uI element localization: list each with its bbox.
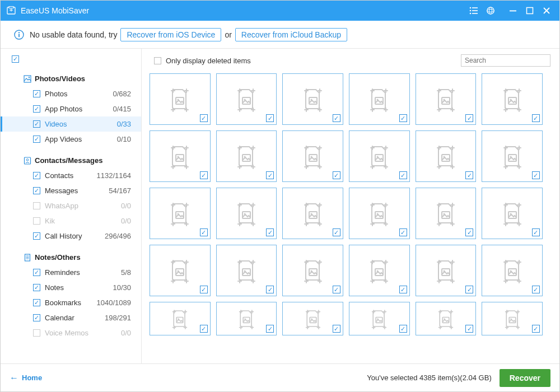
thumbnail-item[interactable] [349,130,410,182]
thumbnail-checkbox[interactable] [266,114,274,122]
sidebar-item-checkbox[interactable] [33,187,40,194]
thumbnail-checkbox[interactable] [333,325,340,333]
sidebar-item[interactable]: Contacts1132/1164 [1,168,141,183]
thumbnail-checkbox[interactable] [465,228,473,236]
thumbnail-item[interactable] [216,302,277,335]
sidebar-item[interactable]: Reminders5/8 [1,265,141,280]
thumbnail-checkbox[interactable] [200,286,208,293]
thumbnail-checkbox[interactable] [399,228,407,236]
thumbnail-item[interactable] [482,188,543,239]
thumbnail-item[interactable] [482,245,543,296]
sidebar-item[interactable]: Call History296/496 [1,228,141,244]
thumbnail-item[interactable] [282,245,343,296]
thumbnail-checkbox[interactable] [532,228,540,236]
maximize-icon[interactable] [522,3,537,18]
sidebar-item[interactable]: App Photos0/415 [1,101,141,116]
sidebar-item-checkbox[interactable] [33,120,40,128]
thumbnail-item[interactable] [216,130,277,182]
thumbnail-checkbox[interactable] [266,228,274,236]
sidebar-item-checkbox[interactable] [33,269,40,276]
only-deleted-checkbox[interactable] [154,57,161,64]
thumbnail-item[interactable] [416,302,477,335]
thumbnail-item[interactable] [482,73,543,125]
sidebar-item[interactable]: Notes10/30 [1,280,141,295]
thumbnail-checkbox[interactable] [465,114,473,122]
sidebar-item-checkbox[interactable] [33,232,40,240]
thumbnail-item[interactable] [150,130,211,182]
close-icon[interactable] [539,3,554,18]
sidebar-item-label: Bookmarks [45,298,97,307]
thumbnail-checkbox[interactable] [200,228,208,236]
thumbnail-checkbox[interactable] [399,325,407,333]
thumbnail-checkbox[interactable] [333,228,340,236]
sidebar-item-checkbox[interactable] [33,284,40,291]
thumbnail-checkbox[interactable] [399,171,407,179]
home-link[interactable]: ← Home [10,373,42,383]
thumbnail-checkbox[interactable] [465,286,473,293]
thumbnail-checkbox[interactable] [532,325,540,333]
sidebar-item-checkbox[interactable] [33,314,40,321]
thumbnail-checkbox[interactable] [333,286,340,293]
thumbnail-checkbox[interactable] [532,171,540,179]
sidebar-item-checkbox[interactable] [33,90,40,97]
thumbnail-checkbox[interactable] [266,286,274,293]
thumbnail-item[interactable] [150,245,211,296]
thumbnail-checkbox[interactable] [333,114,340,122]
thumbnail-item[interactable] [482,302,543,335]
thumbnail-item[interactable] [216,188,277,239]
sidebar-item[interactable]: Photos0/682 [1,86,141,101]
thumbnail-checkbox[interactable] [399,114,407,122]
thumbnail-checkbox[interactable] [200,325,208,333]
sidebar-group-header[interactable]: Photos/Videos [1,73,141,86]
list-menu-icon[interactable] [466,3,481,18]
thumbnail-checkbox[interactable] [465,171,473,179]
thumbnail-checkbox[interactable] [532,114,540,122]
thumbnail-item[interactable] [349,73,410,125]
thumbnail-item[interactable] [349,245,410,296]
thumbnail-item[interactable] [150,188,211,239]
thumbnail-item[interactable] [416,130,477,182]
thumbnail-item[interactable] [282,130,343,182]
thumbnail-checkbox[interactable] [399,286,407,293]
thumbnail-checkbox[interactable] [200,114,208,122]
sidebar-item[interactable]: Calendar198/291 [1,310,141,325]
thumbnail-checkbox[interactable] [200,171,208,179]
thumbnail-item[interactable] [216,245,277,296]
thumbnail-grid-scroll[interactable] [142,72,559,363]
thumbnail-item[interactable] [282,188,343,239]
sidebar-item[interactable]: Bookmarks1040/1089 [1,295,141,310]
sidebar-item[interactable]: App Videos0/10 [1,132,141,147]
sidebar-item-checkbox[interactable] [33,136,40,143]
sidebar-item[interactable]: Messages54/167 [1,183,141,198]
thumbnail-checkbox[interactable] [465,325,473,333]
thumbnail-checkbox[interactable] [266,171,274,179]
search-input[interactable] [461,54,550,67]
sidebar-item[interactable]: Videos0/33 [1,116,141,132]
recover-button[interactable]: Recover [500,369,550,387]
sidebar-group-header[interactable]: Notes/Others [1,251,141,265]
thumbnail-item[interactable] [416,73,477,125]
sidebar-group-header[interactable]: Contacts/Messages [1,155,141,168]
thumbnail-item[interactable] [482,130,543,182]
recover-icloud-button[interactable]: Recover from iCloud Backup [235,28,347,41]
recover-ios-button[interactable]: Recover from iOS Device [120,28,221,41]
thumbnail-checkbox[interactable] [266,325,274,333]
thumbnail-checkbox[interactable] [532,286,540,293]
select-all-checkbox[interactable] [1,54,141,65]
thumbnail-checkbox[interactable] [333,171,340,179]
thumbnail-item[interactable] [349,188,410,239]
thumbnail-item[interactable] [150,73,211,125]
thumbnail-item[interactable] [416,245,477,296]
thumbnail-item[interactable] [150,302,211,335]
file-placeholder-icon [366,258,392,283]
sidebar-item-checkbox[interactable] [33,172,40,179]
sidebar-item-checkbox[interactable] [33,105,40,113]
thumbnail-item[interactable] [282,73,343,125]
minimize-icon[interactable] [506,3,520,18]
thumbnail-item[interactable] [416,188,477,239]
thumbnail-item[interactable] [216,73,277,125]
sidebar-item-checkbox[interactable] [33,299,40,306]
thumbnail-item[interactable] [282,302,343,335]
thumbnail-item[interactable] [349,302,410,335]
globe-icon[interactable] [483,3,498,18]
